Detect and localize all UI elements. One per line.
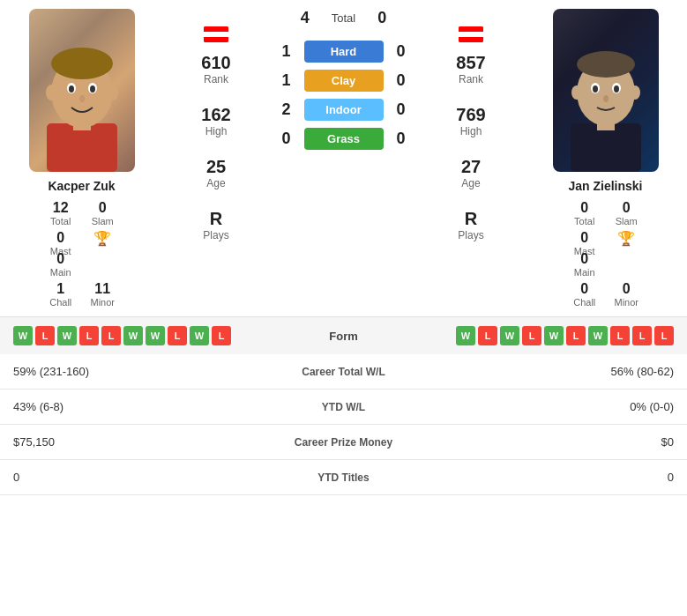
clay-score-row: 1 Clay 0 xyxy=(273,70,414,92)
form-badge-right-8: L xyxy=(610,326,630,345)
left-age-block: 25 Age xyxy=(206,157,226,189)
right-ytd-wl: 0% (0-0) xyxy=(446,390,687,425)
career-wl-row: 59% (231-160) Career Total W/L 56% (80-6… xyxy=(0,354,687,390)
left-player-name: Kacper Zuk xyxy=(48,179,115,193)
right-main-stat: 0 Main xyxy=(572,251,597,278)
left-plays-block: R Plays xyxy=(203,209,228,241)
svg-point-20 xyxy=(571,85,582,100)
svg-point-9 xyxy=(46,85,56,100)
svg-rect-11 xyxy=(571,123,641,172)
right-player-column: Jan Zielinski 0 Total 0 Slam 0 Mast 🏆 xyxy=(528,0,683,316)
left-player-avatar xyxy=(29,9,135,172)
right-flag-row xyxy=(459,26,483,42)
right-rank-block: 857 Rank xyxy=(456,53,485,85)
right-ytd-titles: 0 xyxy=(446,460,687,495)
form-badge-right-1: W xyxy=(456,326,475,345)
svg-point-21 xyxy=(630,85,640,100)
hard-score-row: 1 Hard 0 xyxy=(273,41,414,63)
form-section: W L W L L W W L W L Form W L W L W L W L… xyxy=(0,316,687,354)
ytd-titles-label: YTD Titles xyxy=(241,460,447,495)
form-badge-right-10: L xyxy=(654,326,674,345)
form-badge-left-3: W xyxy=(57,326,77,345)
form-badge-right-6: L xyxy=(566,326,586,345)
right-chall-stat: 0 Chall xyxy=(572,281,597,308)
right-player-avatar xyxy=(553,9,659,172)
svg-rect-0 xyxy=(47,123,117,172)
form-badge-left-5: L xyxy=(101,326,121,345)
right-career-wl: 56% (80-62) xyxy=(446,354,687,390)
form-badge-left-8: L xyxy=(168,326,187,345)
left-player-photo xyxy=(29,9,135,172)
right-player-name: Jan Zielinski xyxy=(568,179,642,193)
left-career-wl: 59% (231-160) xyxy=(0,354,241,390)
form-badge-left-4: L xyxy=(79,326,99,345)
svg-point-6 xyxy=(69,85,74,93)
career-wl-label: Career Total W/L xyxy=(241,354,447,390)
right-player-photo xyxy=(553,9,659,172)
left-flag-row xyxy=(204,26,228,42)
right-flag-stripe xyxy=(459,32,483,37)
prize-label: Career Prize Money xyxy=(241,425,447,460)
indoor-badge: Indoor xyxy=(304,99,384,121)
svg-point-18 xyxy=(614,85,619,93)
right-flag xyxy=(459,26,483,42)
right-plays-block: R Plays xyxy=(458,209,483,241)
form-badge-left-1: W xyxy=(13,326,33,345)
svg-point-10 xyxy=(108,85,118,100)
left-chall-stat: 1 Chall xyxy=(49,281,73,308)
grass-score-row: 0 Grass 0 xyxy=(273,128,414,150)
right-high-block: 769 High xyxy=(456,105,485,137)
middle-scores: 4 Total 0 1 Hard 0 1 Clay 0 2 Indoor 0 xyxy=(273,0,414,316)
hard-badge: Hard xyxy=(304,41,384,63)
trophy-icon-left: 🏆 xyxy=(93,230,111,247)
svg-point-7 xyxy=(90,85,95,93)
right-age-block: 27 Age xyxy=(461,157,481,189)
left-ytd-wl: 43% (6-8) xyxy=(0,390,241,425)
clay-badge: Clay xyxy=(304,70,384,92)
form-badge-right-7: W xyxy=(588,326,608,345)
svg-point-8 xyxy=(79,95,85,102)
indoor-score-row: 2 Indoor 0 xyxy=(273,99,414,121)
svg-point-17 xyxy=(593,85,598,93)
right-minor-stat: 0 Minor xyxy=(615,281,639,308)
left-trophy: 🏆 xyxy=(91,230,116,256)
right-total-stat: 0 Total xyxy=(572,200,597,226)
right-player-stats: 0 Total 0 Slam 0 Mast 🏆 0 Main xyxy=(572,200,638,308)
grass-badge: Grass xyxy=(304,128,384,150)
left-high-block: 162 High xyxy=(201,105,230,137)
form-badge-left-7: W xyxy=(146,326,165,345)
left-ytd-titles: 0 xyxy=(0,460,241,495)
right-prize: $0 xyxy=(446,425,687,460)
form-badge-left-10: L xyxy=(212,326,231,345)
main-container: Kacper Zuk 12 Total 0 Slam 0 Mast 🏆 xyxy=(0,0,687,495)
prize-row: $75,150 Career Prize Money $0 xyxy=(0,425,687,460)
left-slam-stat: 0 Slam xyxy=(91,200,116,226)
left-minor-stat: 11 Minor xyxy=(91,281,116,308)
form-badge-left-2: L xyxy=(35,326,55,345)
left-prize: $75,150 xyxy=(0,425,241,460)
form-badge-right-2: L xyxy=(478,326,497,345)
left-center-stats: 610 Rank 162 High 25 Age R Plays xyxy=(159,0,273,316)
right-form-badges: W L W L W L W L L L xyxy=(384,326,675,345)
svg-point-14 xyxy=(577,51,635,78)
player-comparison: Kacper Zuk 12 Total 0 Slam 0 Mast 🏆 xyxy=(0,0,687,316)
left-total-stat: 12 Total xyxy=(49,200,73,226)
left-form-badges: W L W L L W W L W L xyxy=(13,326,304,345)
left-rank-block: 610 Rank xyxy=(201,53,230,85)
svg-point-3 xyxy=(51,48,113,79)
trophy-icon-right: 🏆 xyxy=(617,230,635,247)
form-badge-right-4: L xyxy=(522,326,541,345)
left-flag xyxy=(204,26,228,42)
left-player-stats: 12 Total 0 Slam 0 Mast 🏆 0 Main xyxy=(49,200,115,308)
stats-table: 59% (231-160) Career Total W/L 56% (80-6… xyxy=(0,354,687,495)
left-flag-stripe xyxy=(204,32,228,37)
form-badge-right-9: L xyxy=(632,326,652,345)
ytd-titles-row: 0 YTD Titles 0 xyxy=(0,460,687,495)
ytd-wl-label: YTD W/L xyxy=(241,390,447,425)
left-player-column: Kacper Zuk 12 Total 0 Slam 0 Mast 🏆 xyxy=(4,0,159,316)
total-score-row: 4 Total 0 xyxy=(273,9,414,27)
right-slam-stat: 0 Slam xyxy=(615,200,639,226)
ytd-wl-row: 43% (6-8) YTD W/L 0% (0-0) xyxy=(0,390,687,425)
right-trophy: 🏆 xyxy=(615,230,639,256)
form-badge-left-6: W xyxy=(123,326,143,345)
